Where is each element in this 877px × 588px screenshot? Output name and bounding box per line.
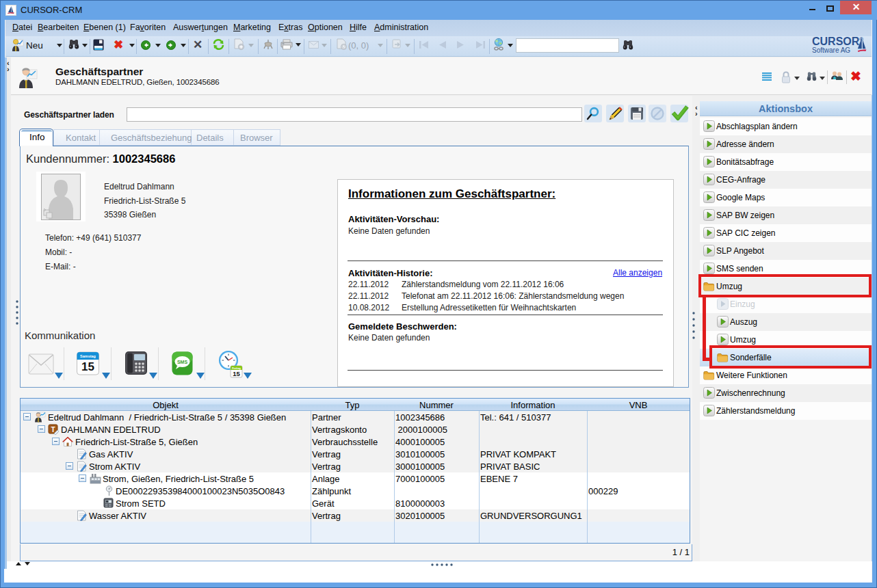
svg-text:15: 15: [81, 360, 94, 373]
svg-text:Samstag: Samstag: [80, 354, 96, 358]
svg-text:T: T: [51, 426, 55, 433]
svg-text:SMS: SMS: [177, 360, 188, 364]
svg-text:15: 15: [233, 370, 240, 377]
